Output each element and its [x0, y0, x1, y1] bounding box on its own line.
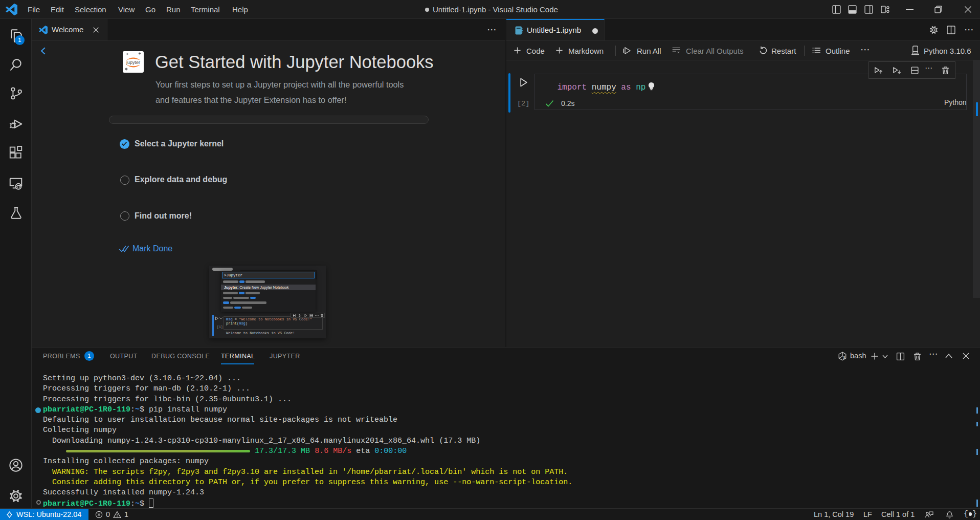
svg-text:jupyter: jupyter [126, 60, 140, 65]
svg-text:$: $ [843, 356, 845, 360]
